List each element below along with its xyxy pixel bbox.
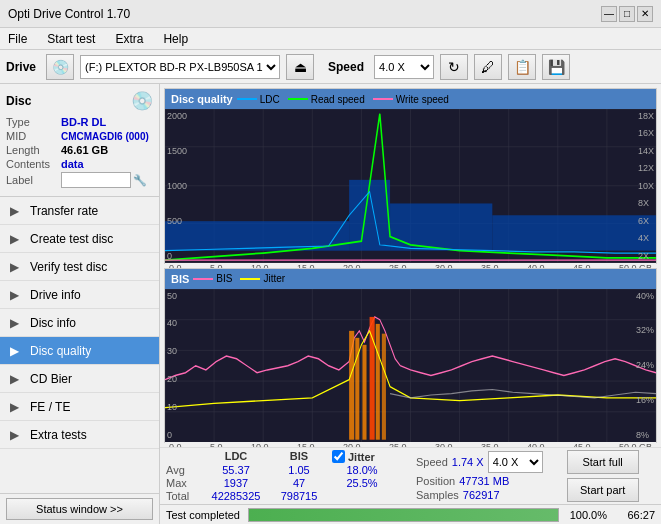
y1-label-1000: 1000 <box>167 181 187 191</box>
sidebar-item-extra-tests[interactable]: ▶ Extra tests <box>0 421 159 449</box>
drive-toolbar: Drive 💿 (F:) PLEXTOR BD-R PX-LB950SA 1.0… <box>0 50 661 84</box>
ldc-line <box>237 98 257 100</box>
jitter-checkbox[interactable] <box>332 450 345 463</box>
sidebar-item-create-test-disc[interactable]: ▶ Create test disc <box>0 225 159 253</box>
status-text: Test completed <box>166 509 240 521</box>
menu-help[interactable]: Help <box>159 30 192 48</box>
chart1-title: Disc quality <box>171 93 233 105</box>
refresh-button[interactable]: ↻ <box>440 54 468 80</box>
window-controls: — □ ✕ <box>601 6 653 22</box>
status-window-area: Status window >> <box>0 493 159 524</box>
total-label: Total <box>166 490 198 502</box>
sidebar-item-drive-info[interactable]: ▶ Drive info <box>0 281 159 309</box>
label-edit-icon[interactable]: 🔧 <box>133 174 147 187</box>
speed-dropdown-select[interactable]: 4.0 X <box>488 451 543 473</box>
btn1[interactable]: 🖊 <box>474 54 502 80</box>
sidebar-item-fe-te[interactable]: ▶ FE / TE <box>0 393 159 421</box>
maximize-button[interactable]: □ <box>619 6 635 22</box>
sidebar-item-cd-bier[interactable]: ▶ CD Bier <box>0 365 159 393</box>
transfer-rate-icon: ▶ <box>10 204 24 218</box>
menu-file[interactable]: File <box>4 30 31 48</box>
save-button[interactable]: 💾 <box>542 54 570 80</box>
y2r-label-32: 32% <box>636 325 654 335</box>
y1r-label-16x: 16X <box>638 128 654 138</box>
disc-panel: Disc 💿 Type BD-R DL MID CMCMAGDI6 (000) … <box>0 84 159 197</box>
drive-icon-button[interactable]: 💿 <box>46 54 74 80</box>
svg-rect-20 <box>492 215 656 250</box>
svg-rect-41 <box>362 344 366 439</box>
y1-label-1500: 1500 <box>167 146 187 156</box>
titlebar: Opti Drive Control 1.70 — □ ✕ <box>0 0 661 28</box>
eject-button[interactable]: ⏏ <box>286 54 314 80</box>
minimize-button[interactable]: — <box>601 6 617 22</box>
sidebar-item-transfer-rate[interactable]: ▶ Transfer rate <box>0 197 159 225</box>
x2-label-5: 5.0 <box>210 442 223 447</box>
disc-label-label: Label <box>6 174 61 186</box>
disc-type-value: BD-R DL <box>61 116 106 128</box>
disc-quality-chart: Disc quality LDC Read speed Write spe <box>164 88 657 264</box>
sidebar-item-label: Extra tests <box>30 428 87 442</box>
sidebar-item-disc-quality[interactable]: ▶ Disc quality <box>0 337 159 365</box>
legend-bis: BIS <box>193 273 232 284</box>
svg-rect-18 <box>349 180 390 251</box>
write-speed-line <box>373 98 393 100</box>
menu-extra[interactable]: Extra <box>111 30 147 48</box>
chart-area: Disc quality LDC Read speed Write spe <box>160 84 661 447</box>
x2-label-50: 50.0 GB <box>619 442 652 447</box>
max-label: Max <box>166 477 198 489</box>
disc-length-label: Length <box>6 144 61 156</box>
chart2-header: BIS BIS Jitter <box>165 269 656 289</box>
close-button[interactable]: ✕ <box>637 6 653 22</box>
svg-rect-43 <box>376 323 380 439</box>
y1-label-2000: 2000 <box>167 111 187 121</box>
jitter-checkbox-area[interactable]: Jitter <box>332 450 375 463</box>
drive-select[interactable]: (F:) PLEXTOR BD-R PX-LB950SA 1.06 <box>80 55 280 79</box>
content-area: Disc quality LDC Read speed Write spe <box>160 84 661 524</box>
position-label: Position <box>416 475 455 487</box>
app-title: Opti Drive Control 1.70 <box>8 7 130 21</box>
disc-icon: 💿 <box>131 90 153 112</box>
y1-label-0: 0 <box>167 251 187 261</box>
svg-rect-44 <box>382 333 386 439</box>
start-full-button[interactable]: Start full <box>567 450 639 474</box>
legend-jitter: Jitter <box>240 273 285 284</box>
y2-label-0: 0 <box>167 430 177 440</box>
y1r-label-14x: 14X <box>638 146 654 156</box>
x2-label-35: 35.0 <box>481 442 499 447</box>
chart1-legend: LDC Read speed Write speed <box>237 94 449 105</box>
x2-label-45: 45.0 <box>573 442 591 447</box>
jitter-line <box>240 278 260 280</box>
y1r-label-4x: 4X <box>638 233 654 243</box>
sidebar-item-label: Verify test disc <box>30 260 107 274</box>
sidebar-item-label: CD Bier <box>30 372 72 386</box>
legend-ldc-label: LDC <box>260 94 280 105</box>
sidebar-item-label: Disc quality <box>30 344 91 358</box>
status-window-button[interactable]: Status window >> <box>6 498 153 520</box>
sidebar-item-label: Transfer rate <box>30 204 98 218</box>
ldc-col-header: LDC <box>206 450 266 463</box>
ldc-avg-val: 55.37 <box>206 464 266 476</box>
y1r-label-10x: 10X <box>638 181 654 191</box>
disc-contents-row: Contents data <box>6 158 153 170</box>
sidebar-item-disc-info[interactable]: ▶ Disc info <box>0 309 159 337</box>
stats-empty <box>166 450 198 463</box>
sidebar-item-verify-test-disc[interactable]: ▶ Verify test disc <box>0 253 159 281</box>
disc-contents-label: Contents <box>6 158 61 170</box>
start-part-button[interactable]: Start part <box>567 478 639 502</box>
disc-contents-value: data <box>61 158 84 170</box>
disc-quality-icon: ▶ <box>10 344 24 358</box>
menu-start-test[interactable]: Start test <box>43 30 99 48</box>
disc-mid-value: CMCMAGDI6 (000) <box>61 131 149 142</box>
btn2[interactable]: 📋 <box>508 54 536 80</box>
x2-label-15: 15.0 <box>297 442 315 447</box>
bis-line <box>193 278 213 280</box>
y2-label-50: 50 <box>167 291 177 301</box>
x2-label-25: 25.0 <box>389 442 407 447</box>
menubar: File Start test Extra Help <box>0 28 661 50</box>
chart1-header: Disc quality LDC Read speed Write spe <box>165 89 656 109</box>
disc-label-input[interactable] <box>61 172 131 188</box>
speed-select[interactable]: 4.0 X <box>374 55 434 79</box>
bis-jitter-chart: BIS BIS Jitter <box>164 268 657 444</box>
sidebar-item-label: Create test disc <box>30 232 113 246</box>
jitter-label: Jitter <box>348 451 375 463</box>
